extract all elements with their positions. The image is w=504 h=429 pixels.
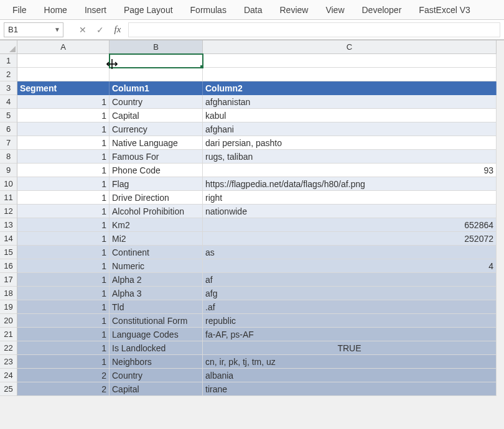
cell-B22[interactable]: Is Landlocked [110, 341, 203, 355]
cell-A17[interactable]: 1 [17, 273, 110, 287]
cell-B18[interactable]: Alpha 3 [110, 287, 203, 300]
row-header-20[interactable]: 20 [0, 314, 17, 328]
cell-B13[interactable]: Km2 [110, 218, 203, 232]
row-header-2[interactable]: 2 [0, 68, 17, 81]
cell-C11[interactable]: right [203, 191, 497, 205]
cell-A5[interactable]: 1 [17, 109, 110, 122]
table-header-column2[interactable]: Column2 [203, 81, 497, 95]
cell-A8[interactable]: 1 [17, 150, 110, 164]
formula-input[interactable] [128, 22, 500, 37]
row-header-16[interactable]: 16 [0, 259, 17, 273]
cell-C10[interactable]: https://flagpedia.net/data/flags/h80/af.… [203, 177, 497, 191]
cell-B2[interactable] [110, 68, 203, 81]
row-header-9[interactable]: 9 [0, 164, 17, 177]
cell-A7[interactable]: 1 [17, 136, 110, 150]
cell-B12[interactable]: Alcohol Prohibition [110, 205, 203, 218]
cell-C6[interactable]: afghani [203, 122, 497, 136]
ribbon-tab-home[interactable]: Home [35, 1, 76, 19]
cell-C9[interactable]: 93 [203, 164, 497, 177]
row-header-12[interactable]: 12 [0, 205, 17, 218]
cell-A19[interactable]: 1 [17, 300, 110, 314]
ribbon-tab-data[interactable]: Data [235, 1, 271, 19]
row-header-7[interactable]: 7 [0, 136, 17, 150]
cell-A6[interactable]: 1 [17, 122, 110, 136]
cell-B4[interactable]: Country [110, 95, 203, 109]
cell-C4[interactable]: afghanistan [203, 95, 497, 109]
cell-B9[interactable]: Phone Code [110, 164, 203, 177]
cell-C20[interactable]: republic [203, 314, 497, 328]
cell-B23[interactable]: Neighbors [110, 355, 203, 369]
table-header-segment[interactable]: Segment [17, 81, 110, 95]
ribbon-tab-fastexcel-v3[interactable]: FastExcel V3 [410, 1, 478, 19]
name-box-dropdown-icon[interactable]: ▼ [52, 26, 63, 33]
cell-A24[interactable]: 2 [17, 369, 110, 382]
cell-C5[interactable]: kabul [203, 109, 497, 122]
row-header-25[interactable]: 25 [0, 382, 17, 396]
cell-B17[interactable]: Alpha 2 [110, 273, 203, 287]
ribbon-tab-page-layout[interactable]: Page Layout [115, 1, 182, 19]
row-header-22[interactable]: 22 [0, 341, 17, 355]
cancel-icon[interactable]: ✕ [76, 23, 90, 37]
cell-B1[interactable] [110, 54, 203, 68]
cell-C16[interactable]: 4 [203, 259, 497, 273]
cell-C8[interactable]: rugs, taliban [203, 150, 497, 164]
row-header-11[interactable]: 11 [0, 191, 17, 205]
row-header-24[interactable]: 24 [0, 369, 17, 382]
cell-B11[interactable]: Drive Direction [110, 191, 203, 205]
cell-A20[interactable]: 1 [17, 314, 110, 328]
cell-B15[interactable]: Continent [110, 246, 203, 259]
cell-A10[interactable]: 1 [17, 177, 110, 191]
cell-B10[interactable]: Flag [110, 177, 203, 191]
select-all-corner[interactable] [0, 40, 17, 54]
cell-A12[interactable]: 1 [17, 205, 110, 218]
cell-B20[interactable]: Constitutional Form [110, 314, 203, 328]
cell-B14[interactable]: Mi2 [110, 232, 203, 246]
cell-B16[interactable]: Numeric [110, 259, 203, 273]
ribbon-tab-file[interactable]: File [4, 1, 35, 19]
row-header-6[interactable]: 6 [0, 122, 17, 136]
cell-A11[interactable]: 1 [17, 191, 110, 205]
cell-B8[interactable]: Famous For [110, 150, 203, 164]
cell-A21[interactable]: 1 [17, 328, 110, 341]
cell-C2[interactable] [203, 68, 497, 81]
enter-icon[interactable]: ✓ [93, 23, 107, 37]
ribbon-tab-review[interactable]: Review [271, 1, 317, 19]
row-header-3[interactable]: 3 [0, 81, 17, 95]
cell-A13[interactable]: 1 [17, 218, 110, 232]
cell-B25[interactable]: Capital [110, 382, 203, 396]
cell-C17[interactable]: af [203, 273, 497, 287]
cell-B5[interactable]: Capital [110, 109, 203, 122]
cell-A4[interactable]: 1 [17, 95, 110, 109]
row-header-19[interactable]: 19 [0, 300, 17, 314]
cell-C15[interactable]: as [203, 246, 497, 259]
cell-A18[interactable]: 1 [17, 287, 110, 300]
row-header-1[interactable]: 1 [0, 54, 17, 68]
row-header-14[interactable]: 14 [0, 232, 17, 246]
cell-C14[interactable]: 252072 [203, 232, 497, 246]
row-header-4[interactable]: 4 [0, 95, 17, 109]
cell-C12[interactable]: nationwide [203, 205, 497, 218]
row-header-13[interactable]: 13 [0, 218, 17, 232]
ribbon-tab-insert[interactable]: Insert [76, 1, 115, 19]
cell-C22[interactable]: TRUE [203, 341, 497, 355]
column-header-B[interactable]: B [110, 40, 203, 54]
cell-B6[interactable]: Currency [110, 122, 203, 136]
cell-C23[interactable]: cn, ir, pk, tj, tm, uz [203, 355, 497, 369]
cell-A25[interactable]: 2 [17, 382, 110, 396]
cell-A14[interactable]: 1 [17, 232, 110, 246]
cell-A22[interactable]: 1 [17, 341, 110, 355]
cell-A23[interactable]: 1 [17, 355, 110, 369]
row-header-18[interactable]: 18 [0, 287, 17, 300]
cell-C18[interactable]: afg [203, 287, 497, 300]
column-header-C[interactable]: C [203, 40, 497, 54]
cell-B21[interactable]: Language Codes [110, 328, 203, 341]
ribbon-tab-view[interactable]: View [317, 1, 353, 19]
name-box[interactable]: B1 ▼ [4, 22, 63, 37]
table-header-column1[interactable]: Column1 [110, 81, 203, 95]
cell-A15[interactable]: 1 [17, 246, 110, 259]
cell-B19[interactable]: Tld [110, 300, 203, 314]
cell-B24[interactable]: Country [110, 369, 203, 382]
row-header-23[interactable]: 23 [0, 355, 17, 369]
column-header-A[interactable]: A [17, 40, 110, 54]
row-header-17[interactable]: 17 [0, 273, 17, 287]
